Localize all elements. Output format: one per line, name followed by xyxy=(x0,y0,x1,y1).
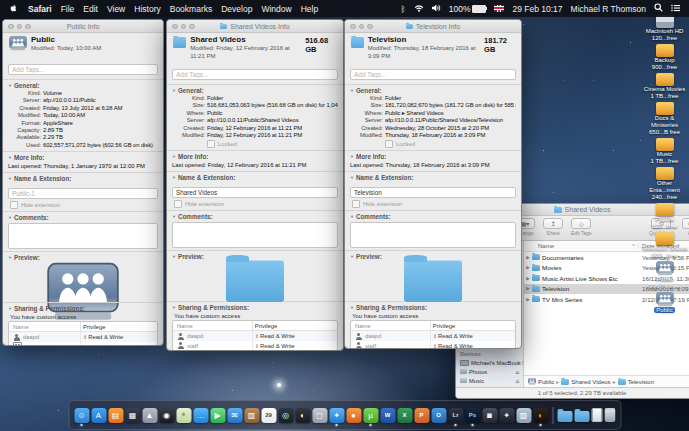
dock-calendar-icon[interactable]: 29 xyxy=(261,408,276,423)
hide-extension-checkbox[interactable] xyxy=(10,201,18,209)
disclosure-triangle-icon[interactable]: ▼ xyxy=(350,214,354,219)
wifi-icon[interactable] xyxy=(414,4,424,14)
disclosure-triangle-icon[interactable]: ▶ xyxy=(524,265,532,270)
info-titlebar[interactable]: Public Info xyxy=(3,20,163,33)
disclosure-triangle-icon[interactable]: ▼ xyxy=(172,214,176,219)
sidebar-item-michael-s-macbook-pro[interactable]: Michael's MacBook Pro xyxy=(460,358,523,367)
menu-clock[interactable]: 29 Feb 10:17 xyxy=(512,4,562,14)
input-language-flag-icon[interactable] xyxy=(494,5,504,12)
hide-extension-checkbox[interactable] xyxy=(352,200,360,208)
desktop-icon-docs-miniseries[interactable]: Docs & Miniseries650...B free xyxy=(641,102,688,135)
disclosure-triangle-icon[interactable]: ▶ xyxy=(524,276,532,281)
name-ext-input[interactable] xyxy=(350,187,516,198)
get-info-window[interactable]: Television Info Television Modified: Thu… xyxy=(344,19,522,349)
dock-dark-circle-app-icon[interactable]: ◐ xyxy=(295,408,310,423)
privilege-select[interactable]: ⇕No Access xyxy=(80,342,157,346)
disclosure-triangle-icon[interactable]: ▼ xyxy=(350,175,354,180)
dock-steam-icon[interactable]: ◎ xyxy=(278,408,293,423)
permission-row[interactable]: daapd ⇕Read & Write xyxy=(173,331,337,341)
menu-history[interactable]: History xyxy=(134,4,160,14)
desktop-icon-television-shows[interactable]: Television Shows900...free xyxy=(641,232,688,259)
menu-bookmarks[interactable]: Bookmarks xyxy=(170,4,213,14)
minimize-button[interactable] xyxy=(17,24,23,30)
privilege-select[interactable]: ⇕Read & Write xyxy=(80,332,157,342)
name-ext-input[interactable] xyxy=(172,187,338,198)
comments-box[interactable] xyxy=(350,222,516,248)
dock-firefox-icon[interactable]: ● xyxy=(346,408,361,423)
minimize-button[interactable] xyxy=(181,24,187,30)
eject-icon[interactable]: ⏏ xyxy=(515,369,520,375)
eject-icon[interactable]: ⏏ xyxy=(515,378,520,384)
comments-box[interactable] xyxy=(172,222,338,248)
desktop-icon-macintosh-hd[interactable]: Macintosh HD120...free xyxy=(641,15,688,42)
close-button[interactable] xyxy=(350,24,356,30)
dock-documents-folder-icon[interactable] xyxy=(574,411,589,422)
permission-row[interactable]: everyone ⇕No Access xyxy=(9,342,157,346)
disclosure-triangle-icon[interactable]: ▼ xyxy=(350,88,354,93)
perm-col-privilege[interactable]: Privilege xyxy=(252,321,337,330)
dock-facetime-icon[interactable]: ▶ xyxy=(210,408,225,423)
comments-box[interactable] xyxy=(8,223,158,249)
perm-col-name[interactable]: Name xyxy=(351,323,430,329)
dock-maps-icon[interactable]: ⌖ xyxy=(176,408,191,423)
menu-window[interactable]: Window xyxy=(261,4,291,14)
dock-contacts-icon[interactable]: ▥ xyxy=(244,408,259,423)
dock-word-icon[interactable]: W xyxy=(380,408,395,423)
disclosure-triangle-icon[interactable]: ▼ xyxy=(8,176,12,181)
user-menu[interactable]: Michael R Thomson xyxy=(571,4,646,14)
disclosure-triangle-icon[interactable]: ▼ xyxy=(172,254,176,259)
info-titlebar[interactable]: Shared Videos Info xyxy=(167,20,343,33)
permission-row[interactable]: staff ⇕Read & Write xyxy=(351,341,515,349)
zoom-button[interactable] xyxy=(367,24,373,30)
spotlight-icon[interactable] xyxy=(654,3,663,14)
bluetooth-icon[interactable]: ᛒ xyxy=(401,4,406,14)
permission-row[interactable]: staff ⇕Read & Write xyxy=(173,341,337,351)
get-info-window[interactable]: Shared Videos Info Shared Videos Modifie… xyxy=(166,19,344,351)
disclosure-triangle-icon[interactable]: ▼ xyxy=(8,306,12,311)
path-item-public[interactable]: Public xyxy=(528,378,554,385)
desktop-icon-public[interactable]: Public xyxy=(641,292,688,314)
disclosure-triangle-icon[interactable]: ▼ xyxy=(8,155,12,160)
locked-checkbox[interactable] xyxy=(385,140,393,148)
privilege-select[interactable]: ⇕Read & Write xyxy=(252,331,337,341)
battery-indicator[interactable]: 100% xyxy=(449,4,487,14)
dock-launchpad-icon[interactable]: ▦ xyxy=(125,408,140,423)
dock-lightroom-icon[interactable]: Lr xyxy=(448,408,463,423)
close-button[interactable] xyxy=(172,24,178,30)
dock-outlook-icon[interactable]: O xyxy=(431,408,446,423)
close-button[interactable] xyxy=(8,24,14,30)
dock-app-store-icon[interactable]: A xyxy=(91,408,106,423)
add-tags-input[interactable] xyxy=(172,69,338,80)
permission-row[interactable]: daapd ⇕Read & Write xyxy=(9,332,157,342)
disclosure-triangle-icon[interactable]: ▼ xyxy=(172,305,176,310)
disclosure-triangle-icon[interactable]: ▼ xyxy=(8,83,12,88)
get-info-window[interactable]: Public Info Public Modified: Today, 10:0… xyxy=(2,19,164,346)
add-tags-input[interactable] xyxy=(350,69,516,80)
menu-file[interactable]: File xyxy=(61,4,75,14)
notification-center-icon[interactable] xyxy=(671,4,680,14)
minimize-button[interactable] xyxy=(359,24,365,30)
dock-swirl-app-icon[interactable]: ◐ xyxy=(533,408,548,423)
edit-tags-button[interactable]: ◇ xyxy=(571,218,591,229)
menu-help[interactable]: Help xyxy=(301,4,318,14)
disclosure-triangle-icon[interactable]: ▼ xyxy=(8,215,12,220)
hide-extension-checkbox[interactable] xyxy=(174,200,182,208)
sidebar-item-music[interactable]: Music ⏏ xyxy=(460,376,523,385)
zoom-button[interactable] xyxy=(189,24,195,30)
dock-excel-icon[interactable]: X xyxy=(397,408,412,423)
disclosure-triangle-icon[interactable]: ▶ xyxy=(524,286,532,291)
dock-safari-icon[interactable]: ✦ xyxy=(329,408,344,423)
menu-safari[interactable]: Safari xyxy=(28,4,52,14)
menu-edit[interactable]: Edit xyxy=(83,4,98,14)
disclosure-triangle-icon[interactable]: ▼ xyxy=(8,255,12,260)
privilege-select[interactable]: ⇕Read & Write xyxy=(430,341,515,349)
privilege-select[interactable]: ⇕Read only xyxy=(252,350,337,351)
disclosure-triangle-icon[interactable]: ▼ xyxy=(350,305,354,310)
column-name[interactable]: Name xyxy=(538,243,554,249)
dock-documents-stack-icon[interactable] xyxy=(591,408,602,422)
disclosure-triangle-icon[interactable]: ▼ xyxy=(350,154,354,159)
disclosure-triangle-icon[interactable]: ▶ xyxy=(524,297,532,302)
menu-develop[interactable]: Develop xyxy=(221,4,252,14)
perm-col-privilege[interactable]: Privilege xyxy=(430,321,515,330)
desktop-icon-cinema-movies[interactable]: Cinema Movies1 TB...free xyxy=(641,73,688,100)
